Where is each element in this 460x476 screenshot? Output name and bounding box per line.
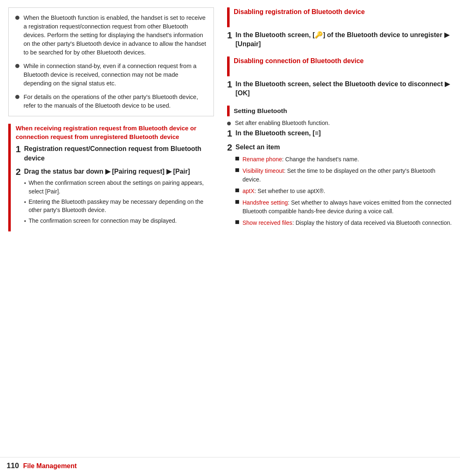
section1-step-text: In the Bluetooth screen, [🔑] of the Blue…: [235, 31, 452, 49]
select-items-list: Rename phone: Change the handset's name.…: [235, 155, 452, 227]
setting-note-text: Set after enabling Bluetooth function.: [235, 120, 330, 126]
section2-step-text: In the Bluetooth screen, select the Blue…: [235, 80, 452, 98]
select-desc-5: : Display the history of data received v…: [292, 219, 452, 226]
select-item-5: Show received files: Display the history…: [235, 219, 452, 227]
section2-step-num: 1: [227, 80, 232, 90]
setting-header-row: Setting Bluetooth: [227, 106, 452, 116]
left-step-2: 2 Drag the status bar down ▶ [Pairing re…: [16, 167, 214, 227]
select-desc-1: : Change the handset's name.: [282, 156, 359, 163]
footer: 110 File Management: [0, 457, 460, 476]
sub-bullet-text-2: Entering the Bluetooth passkey may be ne…: [28, 198, 214, 214]
bullet-dot: [15, 95, 19, 99]
select-item-text-3: aptX: Set whether to use aptX®.: [242, 187, 325, 195]
select-link-3: aptX: [242, 188, 254, 194]
step2-bullets: • When the confirmation screen about the…: [24, 179, 214, 225]
section1-red-bar: [227, 7, 230, 27]
sub-bullet-2: • Entering the Bluetooth passkey may be …: [24, 198, 214, 214]
select-item-3: aptX: Set whether to use aptX®.: [235, 187, 452, 195]
setting-step2-content: Select an item Rename phone: Change the …: [235, 143, 452, 230]
right-section-3: Setting Bluetooth Set after enabling Blu…: [227, 106, 452, 231]
select-link-5: Show received files: [242, 219, 292, 226]
sub-bullet-1: • When the confirmation screen about the…: [24, 179, 214, 196]
note-text-1: When the Bluetooth function is enabled, …: [24, 14, 207, 57]
select-item-text-2: Visibility timeout: Set the time to be d…: [242, 167, 452, 184]
section2-step1: 1 In the Bluetooth screen, select the Bl…: [227, 80, 452, 98]
page-number: 110: [7, 462, 19, 470]
square-dot-2: [235, 168, 239, 172]
red-bar-content: When receiving registration request from…: [11, 124, 214, 231]
notes-box: When the Bluetooth function is enabled, …: [8, 7, 214, 116]
select-link-4: Handsfree setting: [242, 199, 288, 206]
bullet-dot: [15, 64, 19, 68]
setting-step-num-2: 2: [227, 143, 232, 153]
right-column: Disabling registration of Bluetooth devi…: [223, 7, 452, 450]
square-dot-1: [235, 157, 239, 160]
footer-title: File Management: [23, 462, 77, 470]
sub-bullet-text-1: When the confirmation screen about the s…: [28, 179, 214, 196]
step2-content: Drag the status bar down ▶ [Pairing requ…: [24, 167, 214, 227]
note-text-3: For details on the operations of the oth…: [24, 93, 207, 110]
step-text-2: Drag the status bar down ▶ [Pairing requ…: [24, 168, 190, 175]
note-item-1: When the Bluetooth function is enabled, …: [15, 14, 207, 57]
setting-step-1: 1 In the Bluetooth screen, [≡]: [227, 129, 452, 139]
sub-bullet-dot-1: •: [24, 179, 26, 187]
section1-title: Disabling registration of Bluetooth devi…: [234, 7, 365, 16]
select-item-2: Visibility timeout: Set the time to be d…: [235, 167, 452, 184]
setting-step-2: 2 Select an item Rename phone: Change th…: [227, 143, 452, 230]
setting-step-text-2: Select an item: [235, 144, 280, 151]
select-item-text-5: Show received files: Display the history…: [242, 219, 452, 227]
sub-bullet-text-3: The confirmation screen for connection m…: [28, 217, 177, 225]
setting-note-dot: [227, 122, 231, 125]
left-column: When the Bluetooth function is enabled, …: [8, 7, 223, 450]
step-number-2: 2: [16, 167, 21, 177]
select-item-text-1: Rename phone: Change the handset's name.: [242, 155, 359, 163]
select-link-1: Rename phone: [242, 156, 282, 163]
left-step-1: 1 Registration request/Connection reques…: [16, 144, 214, 163]
bullet-dot: [15, 16, 19, 20]
setting-step-num-1: 1: [227, 129, 232, 139]
right-section-2: Disabling connection of Bluetooth device…: [227, 57, 452, 98]
select-link-2: Visibility timeout: [242, 167, 284, 174]
setting-note: Set after enabling Bluetooth function.: [227, 120, 452, 126]
setting-step-text-1: In the Bluetooth screen, [≡]: [235, 129, 321, 138]
setting-title: Setting Bluetooth: [234, 107, 287, 115]
sub-bullet-dot-2: •: [24, 198, 26, 206]
select-item-4: Handsfree setting: Set whether to always…: [235, 198, 452, 215]
note-item-3: For details on the operations of the oth…: [15, 93, 207, 110]
square-dot-5: [235, 220, 239, 224]
sub-bullet-3: • The confirmation screen for connection…: [24, 217, 214, 225]
step-number-1: 1: [16, 144, 21, 154]
select-item-1: Rename phone: Change the handset's name.: [235, 155, 452, 163]
section1-step1: 1 In the Bluetooth screen, [🔑] of the Bl…: [227, 31, 452, 49]
right-section-1: Disabling registration of Bluetooth devi…: [227, 7, 452, 49]
note-text-2: While in connection stand-by, even if a …: [24, 62, 207, 88]
section1-title-row: Disabling registration of Bluetooth devi…: [227, 7, 452, 27]
left-section-title: When receiving registration request from…: [16, 124, 214, 141]
setting-red-bar: [227, 106, 230, 116]
square-dot-4: [235, 200, 239, 204]
sub-bullet-dot-3: •: [24, 217, 26, 225]
select-item-text-4: Handsfree setting: Set whether to always…: [242, 198, 452, 215]
section2-title-row: Disabling connection of Bluetooth device: [227, 57, 452, 76]
page-container: When the Bluetooth function is enabled, …: [0, 0, 460, 476]
left-red-bar-section: When receiving registration request from…: [8, 124, 214, 231]
select-desc-3: : Set whether to use aptX®.: [254, 188, 325, 194]
section2-title: Disabling connection of Bluetooth device: [234, 57, 364, 66]
section1-step-num: 1: [227, 31, 232, 40]
section2-red-bar: [227, 57, 230, 76]
step-text-1: Registration request/Connection request …: [24, 144, 214, 163]
square-dot-3: [235, 189, 239, 192]
content-area: When the Bluetooth function is enabled, …: [0, 0, 460, 457]
note-item-2: While in connection stand-by, even if a …: [15, 62, 207, 88]
